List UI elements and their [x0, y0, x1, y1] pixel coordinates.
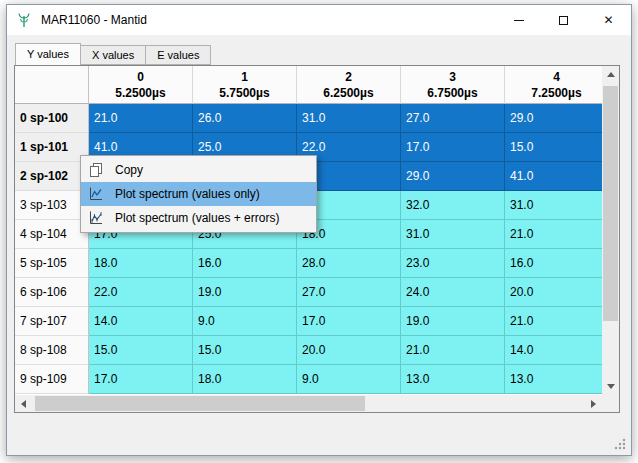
row-header-9[interactable]: 9 sp-109 — [15, 365, 89, 394]
cell-5-1[interactable]: 16.0 — [193, 249, 297, 278]
cell-8-3[interactable]: 21.0 — [401, 336, 505, 365]
cell-6-0[interactable]: 22.0 — [89, 278, 193, 307]
column-time: 5.7500µs — [193, 85, 296, 101]
cell-8-2[interactable]: 20.0 — [297, 336, 401, 365]
context-menu: CopyPlot spectrum (values only)Plot spec… — [80, 155, 317, 233]
column-header-3[interactable]: 36.7500µs — [401, 66, 505, 104]
cell-1-3[interactable]: 17.0 — [401, 133, 505, 162]
column-time: 6.2500µs — [297, 85, 400, 101]
column-time: 5.2500µs — [89, 85, 192, 101]
cell-9-4[interactable]: 13.0 — [505, 365, 602, 394]
row-header-3[interactable]: 3 sp-103 — [15, 191, 89, 220]
arrow-right-icon — [591, 400, 596, 408]
cell-2-4[interactable]: 41.0 — [505, 162, 602, 191]
tab-e-values[interactable]: E values — [146, 45, 211, 65]
cell-1-4[interactable]: 15.0 — [505, 133, 602, 162]
tab-y-values[interactable]: Y values — [15, 43, 81, 65]
arrow-up-icon — [607, 72, 615, 77]
column-time: 7.2500µs — [505, 85, 602, 101]
cell-7-4[interactable]: 21.0 — [505, 307, 602, 336]
vertical-scroll-thumb[interactable] — [603, 86, 618, 321]
cell-0-1[interactable]: 26.0 — [193, 104, 297, 133]
column-header-0[interactable]: 05.2500µs — [89, 66, 193, 104]
row-header-0[interactable]: 0 sp-100 — [15, 104, 89, 133]
cell-4-4[interactable]: 21.0 — [505, 220, 602, 249]
close-icon: ✕ — [603, 14, 613, 26]
column-index: 4 — [505, 69, 602, 85]
tab-x-values[interactable]: X values — [81, 45, 146, 65]
scrollbar-corner — [602, 395, 619, 412]
minimize-icon — [514, 20, 524, 21]
cell-9-2[interactable]: 9.0 — [297, 365, 401, 394]
cell-0-0[interactable]: 21.0 — [89, 104, 193, 133]
window-title: MAR11060 - Mantid — [41, 13, 147, 27]
table-row-9: 9 sp-10917.018.09.013.013.0 — [15, 365, 602, 394]
resize-grip[interactable] — [613, 437, 627, 451]
cell-7-1[interactable]: 9.0 — [193, 307, 297, 336]
row-header-2[interactable]: 2 sp-102 — [15, 162, 89, 191]
row-header-8[interactable]: 8 sp-108 — [15, 336, 89, 365]
menu-item-label: Plot spectrum (values + errors) — [115, 211, 279, 225]
cell-5-2[interactable]: 28.0 — [297, 249, 401, 278]
cell-9-0[interactable]: 17.0 — [89, 365, 193, 394]
horizontal-scrollbar[interactable] — [15, 395, 602, 412]
cell-3-4[interactable]: 31.0 — [505, 191, 602, 220]
cell-5-4[interactable]: 16.0 — [505, 249, 602, 278]
close-button[interactable]: ✕ — [586, 5, 631, 35]
cell-5-3[interactable]: 23.0 — [401, 249, 505, 278]
cell-8-4[interactable]: 14.0 — [505, 336, 602, 365]
cell-6-2[interactable]: 27.0 — [297, 278, 401, 307]
row-header-7[interactable]: 7 sp-107 — [15, 307, 89, 336]
scroll-up-button[interactable] — [602, 66, 619, 83]
cell-9-3[interactable]: 13.0 — [401, 365, 505, 394]
arrow-left-icon — [21, 400, 26, 408]
scroll-down-button[interactable] — [602, 378, 619, 395]
row-header-6[interactable]: 6 sp-106 — [15, 278, 89, 307]
cell-5-0[interactable]: 18.0 — [89, 249, 193, 278]
plot-spectrum-icon — [85, 186, 107, 202]
row-header-5[interactable]: 5 sp-105 — [15, 249, 89, 278]
cell-4-3[interactable]: 31.0 — [401, 220, 505, 249]
cell-3-3[interactable]: 32.0 — [401, 191, 505, 220]
scroll-left-button[interactable] — [15, 395, 32, 412]
horizontal-scroll-thumb[interactable] — [35, 396, 365, 411]
table-row-0: 0 sp-10021.026.031.027.029.0 — [15, 104, 602, 133]
scroll-right-button[interactable] — [585, 395, 602, 412]
data-table: 05.2500µs15.7500µs26.2500µs36.7500µs47.2… — [14, 65, 620, 413]
menu-item-plot-spectrum-values-errors[interactable]: Plot spectrum (values + errors) — [81, 206, 316, 230]
cell-7-0[interactable]: 14.0 — [89, 307, 193, 336]
cell-0-3[interactable]: 27.0 — [401, 104, 505, 133]
cell-6-3[interactable]: 24.0 — [401, 278, 505, 307]
menu-item-copy[interactable]: Copy — [81, 158, 316, 182]
row-header-4[interactable]: 4 sp-104 — [15, 220, 89, 249]
cell-8-1[interactable]: 15.0 — [193, 336, 297, 365]
cell-6-1[interactable]: 19.0 — [193, 278, 297, 307]
cell-0-2[interactable]: 31.0 — [297, 104, 401, 133]
row-header-1[interactable]: 1 sp-101 — [15, 133, 89, 162]
menu-item-plot-spectrum-values-only[interactable]: Plot spectrum (values only) — [81, 182, 316, 206]
vertical-scrollbar[interactable] — [602, 66, 619, 395]
column-header-4[interactable]: 47.2500µs — [505, 66, 602, 104]
cell-9-1[interactable]: 18.0 — [193, 365, 297, 394]
maximize-button[interactable] — [541, 5, 586, 35]
maximize-icon — [559, 16, 568, 25]
titlebar[interactable]: MAR11060 - Mantid ✕ — [7, 5, 631, 35]
tab-bar: Y valuesX valuesE values — [15, 43, 211, 65]
table-corner — [15, 66, 89, 104]
arrow-down-icon — [607, 384, 615, 389]
column-header-1[interactable]: 15.7500µs — [193, 66, 297, 104]
column-index: 0 — [89, 69, 192, 85]
cell-7-2[interactable]: 17.0 — [297, 307, 401, 336]
resize-grip-icon — [613, 437, 627, 451]
column-index: 2 — [297, 69, 400, 85]
column-header-2[interactable]: 26.2500µs — [297, 66, 401, 104]
cell-0-4[interactable]: 29.0 — [505, 104, 602, 133]
minimize-button[interactable] — [496, 5, 541, 35]
cell-7-3[interactable]: 19.0 — [401, 307, 505, 336]
cell-2-3[interactable]: 29.0 — [401, 162, 505, 191]
cell-8-0[interactable]: 15.0 — [89, 336, 193, 365]
cell-6-4[interactable]: 20.0 — [505, 278, 602, 307]
plot-spectrum-errors-icon — [85, 210, 107, 226]
table-row-7: 7 sp-10714.09.017.019.021.0 — [15, 307, 602, 336]
column-index: 3 — [401, 69, 504, 85]
